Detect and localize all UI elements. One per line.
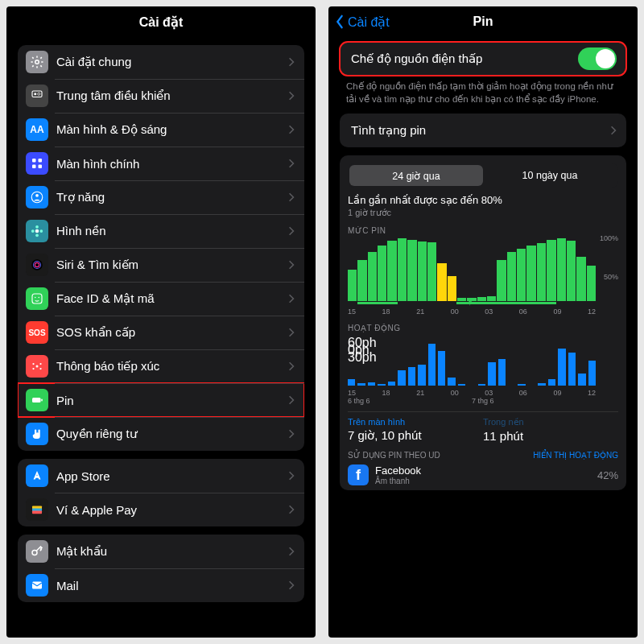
usage-app-row[interactable]: f Facebook Âm thanh 42%	[348, 464, 618, 485]
access-icon	[26, 186, 48, 208]
chevron-right-icon	[288, 159, 295, 168]
settings-row-battery[interactable]: Pin	[18, 383, 304, 417]
settings-group-3: Mật khẩuMail	[18, 535, 304, 602]
faceid-icon	[26, 287, 48, 310]
settings-row-display[interactable]: AAMàn hình & Độ sáng	[18, 113, 304, 147]
row-label: Pin	[56, 394, 288, 407]
settings-row-mail[interactable]: Mail	[18, 568, 304, 602]
wallet-icon	[26, 498, 48, 521]
onscreen-value: 7 giờ, 10 phút	[348, 428, 483, 443]
usage-app-pct: 42%	[597, 469, 618, 481]
control-icon	[26, 85, 48, 107]
settings-row-faceid[interactable]: Face ID & Mật mã	[18, 282, 304, 316]
settings-row-access[interactable]: Trợ năng	[18, 180, 304, 214]
page-title: Cài đặt	[139, 14, 183, 30]
settings-row-sos[interactable]: SOSSOS khẩn cấp	[18, 316, 304, 349]
svg-rect-4	[32, 159, 36, 163]
chevron-right-icon	[288, 91, 295, 101]
svg-rect-27	[41, 399, 43, 402]
y-tick: 100%	[600, 234, 618, 242]
svg-point-25	[39, 368, 41, 369]
row-label: Mật khẩu	[56, 544, 288, 559]
chevron-right-icon	[288, 226, 295, 236]
svg-point-23	[39, 363, 41, 365]
settings-row-home[interactable]: Màn hình chính	[18, 147, 304, 180]
passwords-icon	[26, 540, 48, 563]
row-label: Trung tâm điều khiển	[56, 89, 288, 103]
last-charge-sub: 1 giờ trước	[348, 208, 618, 218]
settings-row-passwords[interactable]: Mật khẩu	[18, 535, 304, 568]
chevron-right-icon	[288, 192, 295, 202]
svg-point-3	[38, 93, 40, 95]
low-power-label: Chế độ nguồn điện thấp	[351, 52, 578, 66]
chevron-right-icon	[288, 429, 295, 439]
sos-icon: SOS	[26, 321, 48, 344]
background-label: Trong nền	[483, 417, 618, 427]
general-icon	[26, 51, 48, 73]
svg-point-31	[32, 551, 37, 555]
back-button[interactable]: Cài đặt	[335, 14, 390, 30]
back-label: Cài đặt	[348, 14, 390, 30]
settings-row-wallet[interactable]: Ví & Apple Pay	[18, 493, 304, 526]
settings-row-wallpaper[interactable]: Hình nền	[18, 214, 304, 248]
wallpaper-icon	[26, 220, 48, 242]
level-section-label: MỨC PIN	[348, 226, 618, 235]
chevron-right-icon	[610, 126, 617, 135]
time-range-segment[interactable]: 24 giờ qua 10 ngày qua	[348, 163, 618, 188]
chevron-right-icon	[288, 260, 295, 270]
chevron-right-icon	[288, 294, 295, 303]
seg-24h[interactable]: 24 giờ qua	[349, 165, 483, 186]
low-power-description: Chế độ nguồn điện thấp tạm thời giảm hoạ…	[328, 76, 638, 105]
row-label: Cài đặt chung	[56, 55, 288, 69]
svg-rect-18	[32, 294, 42, 303]
svg-rect-5	[39, 159, 43, 163]
row-label: Quyền riêng tư	[56, 427, 288, 441]
svg-rect-7	[39, 165, 43, 169]
svg-point-10	[35, 229, 39, 233]
settings-group-2: App StoreVí & Apple Pay	[18, 459, 304, 526]
battery-health-row[interactable]: Tình trạng pin	[340, 114, 626, 147]
usage-right-link[interactable]: HIỂN THỊ HOẠT ĐỘNG	[533, 451, 618, 460]
seg-10d[interactable]: 10 ngày qua	[483, 165, 617, 186]
home-icon	[26, 152, 48, 175]
onscreen-label: Trên màn hình	[348, 417, 483, 427]
chevron-right-icon	[288, 125, 295, 134]
low-power-toggle[interactable]	[578, 47, 617, 70]
chevron-right-icon	[288, 395, 295, 405]
settings-row-control[interactable]: Trung tâm điều khiển	[18, 79, 304, 113]
chevron-left-icon	[335, 14, 345, 29]
settings-row-siri[interactable]: Siri & Tìm kiếm	[18, 248, 304, 282]
chevron-right-icon	[288, 580, 295, 590]
row-label: Ví & Apple Pay	[56, 503, 288, 517]
row-label: SOS khẩn cấp	[56, 325, 288, 340]
settings-row-exposure[interactable]: Thông báo tiếp xúc	[18, 349, 304, 383]
row-label: Màn hình chính	[56, 157, 288, 171]
last-charge-title: Lần gần nhất được sạc đến 80%	[348, 194, 618, 206]
chevron-right-icon	[288, 505, 295, 514]
svg-point-24	[32, 368, 34, 369]
svg-point-19	[35, 297, 36, 299]
row-label: Thông báo tiếp xúc	[56, 359, 288, 374]
row-label: Mail	[56, 579, 288, 592]
background-value: 11 phút	[483, 429, 618, 443]
svg-point-2	[34, 93, 36, 95]
y-tick: 50%	[604, 273, 618, 281]
svg-rect-30	[32, 511, 42, 514]
svg-point-8	[31, 192, 43, 203]
usage-left-label: SỬ DỤNG PIN THEO UD	[348, 451, 440, 460]
svg-point-22	[32, 363, 34, 365]
settings-row-general[interactable]: Cài đặt chung	[18, 45, 304, 79]
exposure-icon	[26, 355, 48, 378]
settings-row-appstore[interactable]: App Store	[18, 459, 304, 493]
battery-level-chart: 100% 50% 1518210003060912	[348, 238, 618, 316]
low-power-row[interactable]: Chế độ nguồn điện thấp	[340, 42, 626, 76]
settings-row-privacy[interactable]: Quyền riêng tư	[18, 417, 304, 451]
svg-point-0	[35, 60, 39, 64]
svg-rect-6	[32, 165, 36, 169]
usage-card: 24 giờ qua 10 ngày qua Lần gần nhất được…	[340, 155, 626, 490]
row-label: Hình nền	[56, 224, 288, 238]
nav-bar: Cài đặt Pin	[328, 6, 638, 37]
battery-icon	[26, 389, 48, 411]
svg-point-20	[39, 297, 40, 299]
chevron-right-icon	[288, 471, 295, 481]
